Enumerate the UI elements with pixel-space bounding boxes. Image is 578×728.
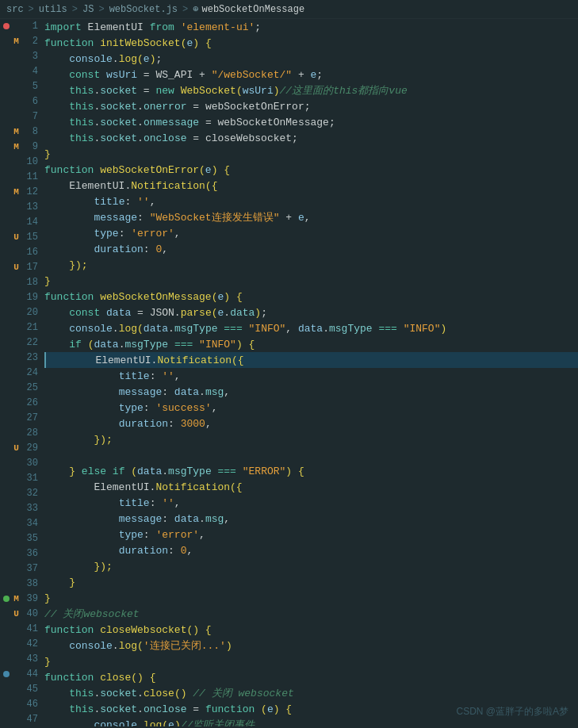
- gutter-row-18: 18: [0, 275, 41, 290]
- letter-40: U: [13, 609, 20, 619]
- code-line-25: type: 'success',: [44, 400, 578, 416]
- linenum-45: 45: [23, 684, 38, 695]
- gutter-row-30: 30: [0, 456, 41, 471]
- dot-32: [3, 490, 10, 496]
- linenum-15: 15: [23, 232, 38, 243]
- gutter-row-35: 35: [0, 531, 41, 546]
- linenum-8: 8: [23, 126, 38, 137]
- dot-39: [3, 596, 10, 602]
- gutter-row-41: 41: [0, 621, 41, 636]
- linenum-30: 30: [23, 458, 38, 469]
- code-line-7: this.socket.onmessage = webSocketOnMessa…: [44, 114, 578, 130]
- code-line-42: function close() {: [44, 669, 578, 685]
- code-line-33: type: 'error',: [44, 527, 578, 542]
- gutter-row-27: 27: [0, 411, 41, 426]
- code-line-28: [44, 447, 578, 463]
- breadcrumb-js[interactable]: JS: [82, 4, 94, 15]
- linenum-43: 43: [23, 653, 38, 665]
- dot-30: [3, 460, 10, 466]
- gutter-row-23: 23: [0, 351, 41, 366]
- code-line-24: message: data.msg,: [44, 384, 578, 400]
- code-line-43: this.socket.close() // 关闭 websocket: [44, 685, 578, 701]
- code-line-38: // 关闭websocket: [44, 606, 578, 622]
- letter-9: M: [13, 142, 20, 151]
- dot-17: [3, 264, 10, 270]
- dot-18: [3, 279, 10, 285]
- linenum-6: 6: [23, 96, 38, 107]
- dot-42: [3, 641, 10, 647]
- code-line-3: console.log(e);: [44, 51, 578, 67]
- code-line-35: });: [44, 558, 578, 574]
- gutter-row-46: 46: [0, 696, 41, 711]
- dot-45: [3, 686, 10, 692]
- gutter-row-26: 26: [0, 396, 41, 411]
- linenum-47: 47: [23, 714, 38, 725]
- gutter-row-42: 42: [0, 636, 41, 651]
- gutter-row-32: 32: [0, 486, 41, 501]
- dot-40: [3, 611, 10, 617]
- breadcrumb-file[interactable]: webSocket.js: [109, 4, 178, 15]
- dot-27: [3, 415, 10, 421]
- code-line-17: }: [44, 273, 578, 289]
- linenum-20: 20: [23, 307, 38, 318]
- dot-26: [3, 400, 10, 406]
- dot-29: [3, 445, 10, 451]
- dot-19: [3, 294, 10, 301]
- code-line-31: title: '',: [44, 495, 578, 511]
- code-line-34: duration: 0,: [44, 542, 578, 558]
- linenum-32: 32: [23, 488, 38, 499]
- gutter-row-47: 47: [0, 711, 41, 726]
- linenum-21: 21: [23, 322, 38, 333]
- gutter-row-8: M 8: [0, 125, 41, 140]
- letter-2: M: [13, 36, 20, 46]
- linenum-24: 24: [23, 367, 38, 378]
- linenum-29: 29: [23, 443, 38, 454]
- code-line-29: } else if (data.msgType === "ERROR") {: [44, 463, 578, 479]
- gutter-row-6: 6: [0, 94, 41, 109]
- dot-15: [3, 234, 10, 240]
- code-line-23: title: '',: [44, 368, 578, 384]
- dot-35: [3, 535, 10, 542]
- gutter-row-4: 4: [0, 64, 41, 79]
- code-line-11: ElementUI.Notification({: [44, 178, 578, 193]
- breadcrumb-utils[interactable]: utils: [39, 4, 67, 15]
- linenum-9: 9: [23, 141, 38, 152]
- linenum-46: 46: [23, 699, 38, 710]
- gutter-row-21: 21: [0, 320, 41, 335]
- gutter-row-2: M 2: [0, 34, 41, 49]
- code-line-22: ElementUI.Notification({: [44, 352, 578, 368]
- gutter-row-25: 25: [0, 381, 41, 396]
- gutter-row-36: 36: [0, 546, 41, 561]
- dot-36: [3, 550, 10, 557]
- breadcrumb-icon: ⊕: [193, 3, 198, 15]
- code-line-2: function initWebSocket(e) {: [44, 35, 578, 51]
- dot-38: [3, 580, 10, 587]
- gutter-row-13: 13: [0, 200, 41, 215]
- breadcrumb-function: webSocketOnMessage: [202, 4, 305, 15]
- linenum-5: 5: [23, 81, 38, 92]
- editor: 1 M 2 3 4 5 6 7: [0, 19, 578, 726]
- gutter-row-16: 16: [0, 245, 41, 260]
- dot-44: [3, 671, 10, 677]
- linenum-3: 3: [23, 51, 38, 62]
- gutter-row-11: 11: [0, 170, 41, 185]
- breadcrumb-src[interactable]: src: [6, 4, 24, 15]
- code-line-5: this.socket = new WebSocket(wsUri)//这里面的…: [44, 82, 578, 98]
- watermark: CSDN @蓝胖子的多啦A梦: [456, 705, 568, 718]
- code-line-32: message: data.msg,: [44, 511, 578, 527]
- code-area[interactable]: import ElementUI from 'element-ui'; func…: [41, 19, 578, 726]
- letter-15: U: [13, 232, 20, 242]
- linenum-36: 36: [23, 548, 38, 559]
- gutter-row-5: 5: [0, 79, 41, 94]
- code-line-13: message: "WebSocket连接发生错误" + e,: [44, 209, 578, 225]
- code-line-8: this.socket.onclose = closeWebsocket;: [44, 130, 578, 146]
- code-line-30: ElementUI.Notification({: [44, 479, 578, 495]
- linenum-25: 25: [23, 382, 38, 393]
- dot-28: [3, 430, 10, 436]
- dot-46: [3, 701, 10, 707]
- gutter-row-40: U 40: [0, 606, 41, 621]
- code-line-6: this.socket.onerror = webSocketOnError;: [44, 98, 578, 114]
- code-line-26: duration: 3000,: [44, 416, 578, 431]
- dot-11: [3, 174, 10, 180]
- linenum-1: 1: [23, 21, 38, 32]
